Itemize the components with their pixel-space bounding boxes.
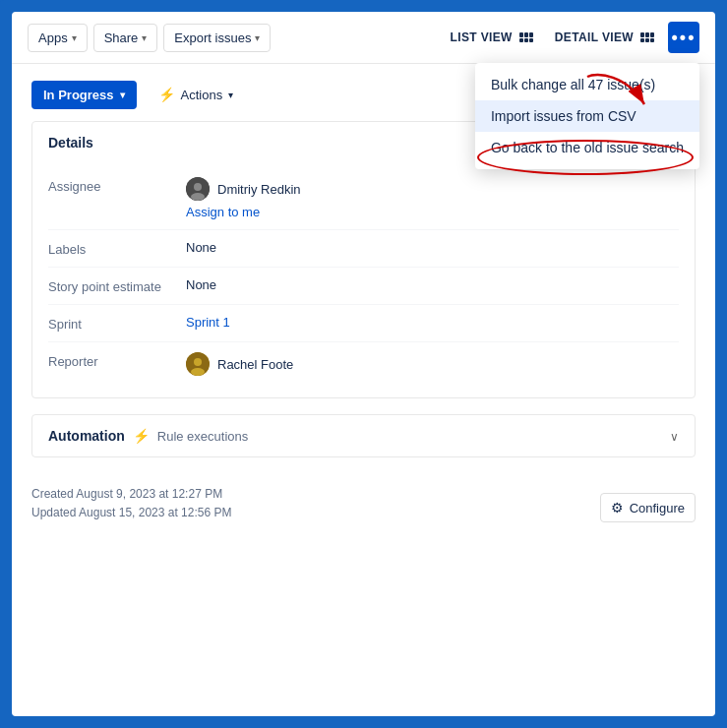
automation-lightning-icon: ⚡ xyxy=(133,428,150,444)
list-view-button[interactable]: LIST VIEW xyxy=(443,25,541,50)
lightning-icon: ⚡ xyxy=(158,87,175,102)
reporter-label: Reporter xyxy=(48,352,186,369)
automation-expand-icon xyxy=(670,427,679,445)
assignee-row: Assignee Dmitriy Redkin xyxy=(48,167,679,230)
footer: Created August 9, 2023 at 12:27 PM Updat… xyxy=(12,473,715,538)
more-dots-icon: ••• xyxy=(672,28,697,48)
svg-point-5 xyxy=(194,358,202,366)
assignee-name: Dmitriy Redkin xyxy=(217,182,301,197)
story-points-value: None xyxy=(186,277,216,292)
toolbar: Apps ▾ Share ▾ Export issues ▾ LIST VIEW xyxy=(12,12,715,64)
reporter-row: Reporter Rachel Foote xyxy=(48,342,679,386)
old-search-item[interactable]: Go back to the old issue search xyxy=(475,132,699,163)
configure-label: Configure xyxy=(630,501,685,516)
apps-label: Apps xyxy=(38,30,68,45)
assign-to-me-link[interactable]: Assign to me xyxy=(186,205,301,219)
more-options-button[interactable]: ••• xyxy=(668,22,699,53)
detail-view-button[interactable]: DETAIL VIEW xyxy=(547,25,662,50)
assignee-label: Assignee xyxy=(48,177,186,194)
svg-point-2 xyxy=(194,183,202,191)
story-points-row: Story point estimate None xyxy=(48,268,679,305)
list-view-label: LIST VIEW xyxy=(451,30,513,44)
reporter-name: Rachel Foote xyxy=(217,357,293,372)
updated-date: Updated August 15, 2023 at 12:56 PM xyxy=(31,504,231,522)
footer-dates: Created August 9, 2023 at 12:27 PM Updat… xyxy=(31,485,231,522)
details-title: Details xyxy=(48,135,93,151)
labels-text: None xyxy=(186,240,216,255)
bulk-change-item[interactable]: Bulk change all 47 issue(s) xyxy=(475,69,699,100)
svg-point-3 xyxy=(191,193,205,201)
rule-executions-label: Rule executions xyxy=(157,429,249,444)
automation-header[interactable]: Automation ⚡ Rule executions xyxy=(32,415,695,456)
import-csv-item[interactable]: Import issues from CSV xyxy=(475,100,699,132)
actions-chevron-icon: ▾ xyxy=(228,90,233,100)
sprint-label: Sprint xyxy=(48,315,186,332)
export-button[interactable]: Export issues ▾ xyxy=(163,24,271,52)
assignee-value: Dmitriy Redkin Assign to me xyxy=(186,177,301,219)
labels-label: Labels xyxy=(48,240,186,257)
actions-label: Actions xyxy=(181,88,223,102)
share-button[interactable]: Share ▾ xyxy=(93,24,158,52)
dropdown-menu: Bulk change all 47 issue(s) Import issue… xyxy=(475,63,699,169)
share-label: Share xyxy=(104,30,139,45)
details-section-body: Assignee Dmitriy Redkin xyxy=(32,163,695,397)
old-search-label: Go back to the old issue search xyxy=(491,140,684,155)
detail-view-grid-icon xyxy=(640,32,654,42)
share-chevron-icon: ▾ xyxy=(142,32,147,43)
sprint-value: Sprint 1 xyxy=(186,315,230,330)
story-points-label: Story point estimate xyxy=(48,277,186,294)
status-label: In Progress xyxy=(43,88,114,102)
gear-icon: ⚙ xyxy=(611,500,624,516)
story-points-text: None xyxy=(186,277,216,292)
automation-title: Automation xyxy=(48,428,125,444)
bulk-change-label: Bulk change all 47 issue(s) xyxy=(491,77,655,92)
configure-button[interactable]: ⚙ Configure xyxy=(600,493,696,522)
apps-chevron-icon: ▾ xyxy=(72,32,77,43)
detail-view-label: DETAIL VIEW xyxy=(555,30,634,44)
reporter-value: Rachel Foote xyxy=(186,352,293,376)
export-chevron-icon: ▾ xyxy=(255,32,260,43)
status-button[interactable]: In Progress ▾ xyxy=(31,81,137,109)
sprint-row: Sprint Sprint 1 xyxy=(48,305,679,342)
apps-button[interactable]: Apps ▾ xyxy=(28,24,88,52)
automation-section: Automation ⚡ Rule executions xyxy=(31,414,696,457)
svg-point-6 xyxy=(191,368,205,376)
reporter-avatar xyxy=(186,352,210,376)
labels-row: Labels None xyxy=(48,230,679,268)
import-csv-label: Import issues from CSV xyxy=(491,108,636,124)
export-label: Export issues xyxy=(174,30,251,45)
issue-actions-left: In Progress ▾ ⚡ Actions ▾ xyxy=(31,80,243,109)
sprint-link[interactable]: Sprint 1 xyxy=(186,315,230,330)
status-chevron-icon: ▾ xyxy=(120,90,125,100)
list-view-grid-icon xyxy=(519,32,533,42)
created-date: Created August 9, 2023 at 12:27 PM xyxy=(31,485,231,504)
actions-button[interactable]: ⚡ Actions ▾ xyxy=(149,80,244,109)
assignee-avatar xyxy=(186,177,210,201)
automation-left: Automation ⚡ Rule executions xyxy=(48,428,248,444)
labels-value: None xyxy=(186,240,216,255)
